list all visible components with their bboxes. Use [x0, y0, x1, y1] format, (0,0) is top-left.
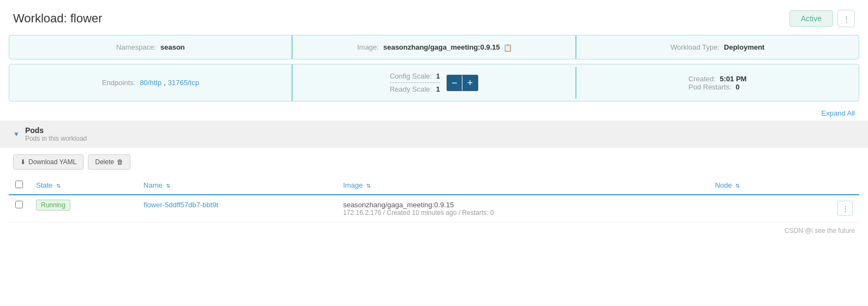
- endpoints-cell: Endpoints: 80/http , 31765/tcp: [9, 71, 292, 94]
- more-options-button[interactable]: ⋮: [837, 10, 855, 27]
- row-name-cell: flower-5ddff57db7-bbt9t: [137, 195, 337, 223]
- select-all-header: [9, 176, 29, 195]
- namespace-value: season: [160, 43, 185, 51]
- col-image[interactable]: Image ⇅: [336, 176, 708, 195]
- page-header: Workload: flower Active ⋮: [0, 0, 868, 35]
- row-image-cell: seasonzhang/gaga_meeting:0.9.15 172.16.2…: [336, 195, 708, 223]
- row-actions-cell: ⋮: [795, 195, 859, 223]
- delete-icon: 🗑: [117, 158, 123, 166]
- endpoints-label: Endpoints:: [102, 79, 135, 87]
- row-checkbox[interactable]: [15, 201, 23, 208]
- plus-icon: +: [467, 78, 473, 88]
- namespace-label: Namespace:: [116, 43, 156, 51]
- workload-type-cell: Workload Type: Deployment: [575, 35, 859, 59]
- created-label: Created:: [688, 75, 716, 83]
- table-header-row: State ⇅ Name ⇅ Image ⇅ Node ⇅: [9, 176, 859, 195]
- ready-scale-value: 1: [436, 85, 440, 93]
- ready-scale-label: Ready Scale:: [390, 85, 432, 93]
- pod-restarts-value: 0: [735, 83, 739, 91]
- row-node-cell: [709, 195, 795, 223]
- col-name[interactable]: Name ⇅: [137, 176, 337, 195]
- pods-title: Pods: [25, 126, 44, 135]
- endpoint-link-1[interactable]: 80/http: [140, 79, 162, 87]
- minus-icon: −: [451, 78, 457, 88]
- scale-cell: Config Scale: 1 Ready Scale: 1 − +: [292, 64, 575, 101]
- footer-watermark: CSDN @i see the future: [0, 223, 868, 239]
- col-node-label: Node: [715, 181, 732, 189]
- endpoints-sep: ,: [164, 79, 166, 87]
- download-yaml-label: Download YAML: [28, 158, 76, 166]
- watermark-text: CSDN @i see the future: [784, 227, 855, 235]
- image-sort-icon: ⇅: [366, 183, 371, 189]
- col-state[interactable]: State ⇅: [29, 176, 137, 195]
- node-sort-icon: ⇅: [735, 183, 740, 189]
- delete-label: Delete: [95, 158, 114, 166]
- pods-title-group: Pods Pods in this workload: [25, 126, 87, 142]
- row-dots-icon: ⋮: [842, 205, 849, 213]
- pod-restarts-row: Pod Restarts: 0: [688, 83, 747, 91]
- page-title: Workload: flower: [13, 11, 102, 26]
- table-controls: ⬇ Download YAML Delete 🗑: [0, 148, 868, 176]
- pods-table: State ⇅ Name ⇅ Image ⇅ Node ⇅: [9, 176, 859, 223]
- workload-type-label: Workload Type:: [670, 43, 720, 51]
- chevron-down-icon[interactable]: ▼: [13, 130, 20, 138]
- delete-button[interactable]: Delete 🗑: [88, 154, 130, 170]
- dots-icon: ⋮: [843, 15, 850, 23]
- select-all-checkbox[interactable]: [15, 181, 23, 188]
- image-label: Image:: [357, 43, 379, 51]
- expand-all-row: Expand All: [0, 106, 868, 121]
- name-sort-icon: ⇅: [166, 183, 170, 189]
- table-row: Running flower-5ddff57db7-bbt9t seasonzh…: [9, 195, 859, 223]
- pod-image-sub: 172.16.2.176 / Created 10 minutes ago / …: [343, 209, 701, 217]
- col-node[interactable]: Node ⇅: [709, 176, 795, 195]
- state-sort-icon: ⇅: [56, 183, 61, 189]
- image-cell: Image: seasonzhang/gaga_meeting:0.9.15 📋: [292, 35, 575, 59]
- pods-section-header: ▼ Pods Pods in this workload: [0, 121, 868, 148]
- download-icon: ⬇: [20, 158, 26, 166]
- download-yaml-button[interactable]: ⬇ Download YAML: [13, 154, 84, 170]
- col-state-label: State: [36, 181, 52, 189]
- scale-buttons: − +: [447, 75, 478, 91]
- row-checkbox-cell: [9, 195, 29, 223]
- created-cell: Created: 5:01 PM Pod Restarts: 0: [575, 67, 859, 99]
- created-row: Created: 5:01 PM: [688, 75, 747, 83]
- info-panel-2: Endpoints: 80/http , 31765/tcp Config Sc…: [9, 64, 859, 101]
- config-scale-row: Config Scale: 1: [390, 72, 440, 80]
- copy-icon[interactable]: 📋: [503, 44, 511, 51]
- workload-type-value: Deployment: [724, 43, 764, 51]
- pod-image-main: seasonzhang/gaga_meeting:0.9.15: [343, 201, 701, 209]
- scale-down-button[interactable]: −: [447, 75, 462, 91]
- row-status-cell: Running: [29, 195, 137, 223]
- header-right: Active ⋮: [789, 10, 855, 27]
- ready-scale-row: Ready Scale: 1: [390, 85, 440, 93]
- expand-all-link[interactable]: Expand All: [822, 109, 855, 117]
- scale-up-button[interactable]: +: [462, 75, 478, 91]
- pods-table-wrapper: State ⇅ Name ⇅ Image ⇅ Node ⇅: [0, 176, 868, 223]
- col-image-label: Image: [343, 181, 362, 189]
- endpoint-link-2[interactable]: 31765/tcp: [168, 79, 199, 87]
- info-panel-1: Namespace: season Image: seasonzhang/gag…: [9, 35, 859, 59]
- status-badge: Active: [789, 10, 833, 27]
- image-value: seasonzhang/gaga_meeting:0.9.15: [383, 43, 500, 51]
- row-more-options-button[interactable]: ⋮: [837, 201, 853, 216]
- created-info: Created: 5:01 PM Pod Restarts: 0: [688, 75, 747, 91]
- namespace-cell: Namespace: season: [9, 35, 292, 59]
- pod-name-link[interactable]: flower-5ddff57db7-bbt9t: [144, 201, 218, 209]
- pods-subtitle: Pods in this workload: [25, 135, 87, 142]
- config-scale-label: Config Scale:: [390, 72, 432, 80]
- config-scale-value: 1: [436, 72, 440, 80]
- scale-info: Config Scale: 1 Ready Scale: 1: [390, 72, 440, 93]
- status-badge-running: Running: [36, 200, 70, 211]
- col-actions: [795, 176, 859, 195]
- col-name-label: Name: [144, 181, 163, 189]
- pod-restarts-label: Pod Restarts:: [688, 83, 732, 91]
- created-value: 5:01 PM: [720, 75, 747, 83]
